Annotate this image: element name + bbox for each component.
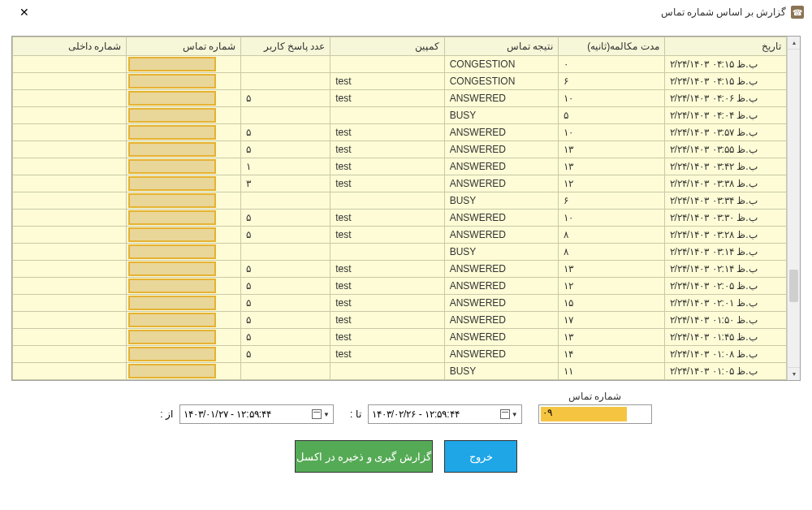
table-row[interactable]: ب.ظ ۰۱:۵۰ ۲/۲۴/۱۴۰۳۱۷ANSWEREDtest۵۰۹۱	[13, 312, 787, 329]
table-row[interactable]: ب.ظ ۰۲:۰۵ ۲/۲۴/۱۴۰۳۱۲ANSWEREDtest۵۰۹۱	[13, 278, 787, 295]
cell	[13, 141, 127, 158]
table-row[interactable]: ب.ظ ۰۲:۰۱ ۲/۲۴/۱۴۰۳۱۵ANSWEREDtest۵۰۹۱	[13, 295, 787, 312]
table-row[interactable]: ب.ظ ۰۳:۵۵ ۲/۲۴/۱۴۰۳۱۳ANSWEREDtest۵۰۹۱	[13, 141, 787, 158]
table-row[interactable]: ب.ظ ۰۲:۱۴ ۲/۲۴/۱۴۰۳۱۳ANSWEREDtest۵۰۹۱	[13, 261, 787, 278]
cell	[240, 107, 330, 124]
table-row[interactable]: ب.ظ ۰۳:۳۴ ۲/۲۴/۱۴۰۳۶BUSY۰۹۱	[13, 192, 787, 210]
from-date-picker[interactable]: ۱۴۰۳/۰۱/۲۷ - ۱۲:۵۹:۴۴ ▼	[179, 404, 334, 424]
cell: ۰۹۱	[127, 312, 240, 329]
cell: ANSWERED	[444, 278, 558, 295]
cell	[13, 90, 127, 107]
table-row[interactable]: ب.ظ ۰۱:۰۸ ۲/۲۴/۱۴۰۳۱۴ANSWEREDtest۵۰۹۱	[13, 346, 787, 363]
cell: test	[330, 175, 444, 192]
cell: ۵	[559, 107, 664, 124]
report-export-button[interactable]: گزارش گیری و ذخیره در اکسل	[295, 440, 433, 473]
window-close-button[interactable]: ✕	[8, 4, 41, 20]
cell: ب.ظ ۰۳:۲۸ ۲/۲۴/۱۴۰۳	[664, 227, 786, 244]
cell: ب.ظ ۰۴:۱۵ ۲/۲۴/۱۴۰۳	[664, 56, 786, 73]
col-number[interactable]: شماره تماس	[127, 37, 240, 56]
cell: ۵	[240, 295, 330, 312]
cell: ۵	[240, 141, 330, 158]
from-date-group: ۱۴۰۳/۰۱/۲۷ - ۱۲:۵۹:۴۴ ▼ از :	[160, 404, 334, 424]
calendar-icon	[500, 409, 510, 419]
cell: CONGESTION	[444, 56, 558, 73]
cell: test	[330, 124, 444, 141]
col-duration[interactable]: مدت مکالمه(ثانیه)	[559, 37, 664, 56]
cell	[13, 244, 127, 261]
cell: ANSWERED	[444, 312, 558, 329]
cell: ۰۹۱	[127, 107, 240, 124]
cell	[13, 192, 127, 210]
cell: ب.ظ ۰۳:۳۰ ۲/۲۴/۱۴۰۳	[664, 210, 786, 227]
number-input[interactable]: ۰۹	[538, 404, 652, 424]
col-campaign[interactable]: کمپین	[330, 37, 444, 56]
cell	[13, 278, 127, 295]
cell: ۱۳	[559, 329, 664, 346]
table-row[interactable]: ب.ظ ۰۱:۰۵ ۲/۲۴/۱۴۰۳۱۱BUSY۰۹۱	[13, 363, 787, 380]
cell: test	[330, 141, 444, 158]
cell: ANSWERED	[444, 329, 558, 346]
cell	[240, 56, 330, 73]
redacted-overlay	[541, 407, 627, 421]
cell: ANSWERED	[444, 141, 558, 158]
chevron-down-icon: ▼	[323, 411, 330, 418]
table-row[interactable]: ب.ظ ۰۴:۰۴ ۲/۲۴/۱۴۰۳۵BUSY۰۹۱	[13, 107, 787, 124]
table-row[interactable]: ب.ظ ۰۳:۲۸ ۲/۲۴/۱۴۰۳۸ANSWEREDtest۵۰۹۱	[13, 227, 787, 244]
cell	[13, 329, 127, 346]
table-row[interactable]: ب.ظ ۰۱:۴۵ ۲/۲۴/۱۴۰۳۱۳ANSWEREDtest۵۰۹۱	[13, 329, 787, 346]
filter-bar: شماره تماس ۰۹ ۱۴۰۳/۰۲/۲۶ - ۱۲:۵۹:۴۴ ▼ تا…	[11, 391, 801, 424]
table-row[interactable]: ب.ظ ۰۳:۳۰ ۲/۲۴/۱۴۰۳۱۰ANSWEREDtest۵۰۹۱	[13, 210, 787, 227]
cell: ۰۹۱	[127, 56, 240, 73]
table-row[interactable]: ب.ظ ۰۳:۱۴ ۲/۲۴/۱۴۰۳۸BUSY۰۹۱	[13, 244, 787, 261]
cell: ب.ظ ۰۱:۰۸ ۲/۲۴/۱۴۰۳	[664, 346, 786, 363]
cell: test	[330, 295, 444, 312]
number-filter: شماره تماس ۰۹	[538, 391, 652, 424]
cell: ب.ظ ۰۱:۰۵ ۲/۲۴/۱۴۰۳	[664, 363, 786, 380]
cell: ۱۴	[559, 346, 664, 363]
vertical-scrollbar[interactable]: ▴ ▾	[787, 37, 800, 380]
cell: test	[330, 312, 444, 329]
cell: ب.ظ ۰۴:۱۵ ۲/۲۴/۱۴۰۳	[664, 73, 786, 90]
cell: ANSWERED	[444, 210, 558, 227]
cell: ۰۹۱	[127, 363, 240, 380]
cell: ۱۲	[559, 278, 664, 295]
col-ext[interactable]: شماره داخلی	[13, 37, 127, 56]
cell: ۵	[240, 346, 330, 363]
cell: ۰۹۱	[127, 227, 240, 244]
cell	[240, 73, 330, 90]
cell	[13, 73, 127, 90]
table-row[interactable]: ب.ظ ۰۳:۴۲ ۲/۲۴/۱۴۰۳۱۳ANSWEREDtest۱۰۹۱	[13, 158, 787, 175]
cell	[240, 244, 330, 261]
col-result[interactable]: نتیجه تماس	[444, 37, 558, 56]
scroll-down-button[interactable]: ▾	[788, 367, 800, 380]
cell: ۳	[240, 175, 330, 192]
cell: ANSWERED	[444, 346, 558, 363]
table-row[interactable]: ب.ظ ۰۳:۳۸ ۲/۲۴/۱۴۰۳۱۲ANSWEREDtest۳۰۹۱	[13, 175, 787, 192]
cell: ب.ظ ۰۳:۵۷ ۲/۲۴/۱۴۰۳	[664, 124, 786, 141]
cell: ۰۹۱	[127, 192, 240, 210]
cell: ANSWERED	[444, 124, 558, 141]
cell: ANSWERED	[444, 295, 558, 312]
cell: ۱۳	[559, 261, 664, 278]
table-row[interactable]: ب.ظ ۰۴:۱۵ ۲/۲۴/۱۴۰۳۶CONGESTIONtest۰۹۱	[13, 73, 787, 90]
cell	[13, 312, 127, 329]
cell	[330, 192, 444, 210]
table-row[interactable]: ب.ظ ۰۳:۵۷ ۲/۲۴/۱۴۰۳۱۰ANSWEREDtest۵۰۹۱	[13, 124, 787, 141]
col-date[interactable]: تاریخ	[664, 37, 786, 56]
cell: ۰	[559, 56, 664, 73]
to-date-picker[interactable]: ۱۴۰۳/۰۲/۲۶ - ۱۲:۵۹:۴۴ ▼	[368, 404, 522, 424]
cell	[330, 363, 444, 380]
cell: ۰۹۱	[127, 278, 240, 295]
exit-button[interactable]: خروج	[444, 440, 517, 473]
cell	[240, 192, 330, 210]
table-row[interactable]: ب.ظ ۰۴:۱۵ ۲/۲۴/۱۴۰۳۰CONGESTION۰۹۱	[13, 56, 787, 73]
col-user-answers[interactable]: عدد پاسخ کاربر	[240, 37, 330, 56]
titlebar: ☎ گزارش بر اساس شماره تماس ✕	[0, 0, 812, 24]
scroll-thumb[interactable]	[789, 270, 798, 302]
cell: ب.ظ ۰۳:۴۲ ۲/۲۴/۱۴۰۳	[664, 158, 786, 175]
table-row[interactable]: ب.ظ ۰۴:۰۶ ۲/۲۴/۱۴۰۳۱۰ANSWEREDtest۵۰۹۱	[13, 90, 787, 107]
cell: ۵	[240, 278, 330, 295]
cell: test	[330, 90, 444, 107]
scroll-up-button[interactable]: ▴	[788, 37, 800, 50]
scroll-track[interactable]	[788, 50, 800, 367]
